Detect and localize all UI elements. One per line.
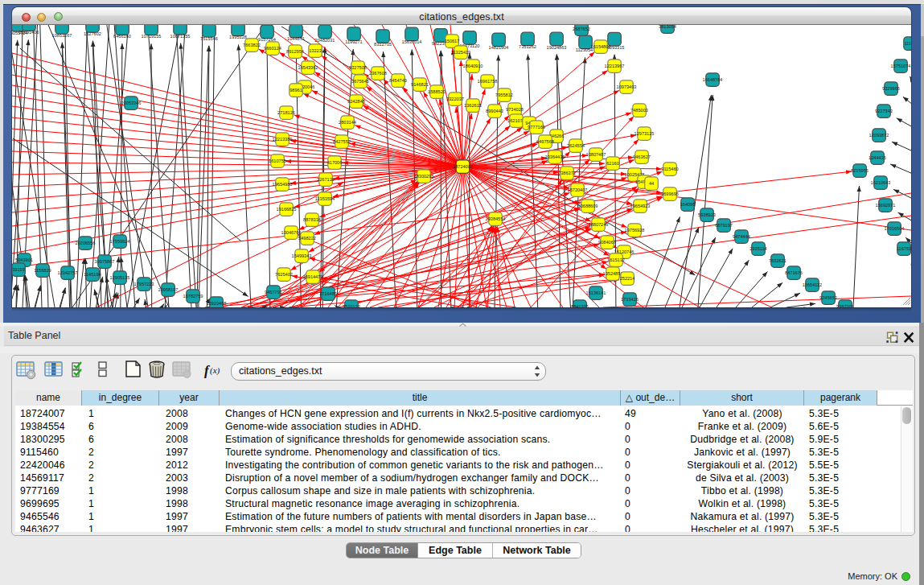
svg-text:9327508: 9327508 <box>349 65 367 70</box>
svg-text:1145194: 1145194 <box>84 272 101 277</box>
svg-text:5043901: 5043901 <box>15 257 33 262</box>
svg-text:19654985: 19654985 <box>273 182 293 187</box>
svg-text:3675645: 3675645 <box>351 79 369 84</box>
svg-text:3267130: 3267130 <box>317 177 335 182</box>
svg-text:9084067: 9084067 <box>598 240 616 245</box>
svg-text:9329966: 9329966 <box>882 86 900 91</box>
svg-text:30975867: 30975867 <box>95 259 115 264</box>
svg-text:9387201: 9387201 <box>836 304 854 307</box>
svg-text:12213389: 12213389 <box>273 137 293 142</box>
svg-text:39159: 39159 <box>12 267 25 272</box>
svg-text:8990443: 8990443 <box>486 109 503 113</box>
svg-text:15720407: 15720407 <box>568 187 588 192</box>
svg-text:62160: 62160 <box>606 161 619 166</box>
svg-text:9245652: 9245652 <box>819 295 837 300</box>
svg-text:10688609: 10688609 <box>578 204 598 208</box>
svg-text:252214: 252214 <box>620 276 635 281</box>
svg-text:98961: 98961 <box>290 88 302 93</box>
svg-text:44: 44 <box>649 181 654 186</box>
svg-text:19654923: 19654923 <box>630 204 651 208</box>
svg-text:9115460: 9115460 <box>661 167 678 171</box>
svg-text:16210643: 16210643 <box>871 180 891 185</box>
svg-text:1935128: 1935128 <box>229 35 247 39</box>
svg-text:164095: 164095 <box>680 202 696 207</box>
svg-text:15136141: 15136141 <box>586 290 606 295</box>
svg-text:3716485: 3716485 <box>319 291 337 296</box>
svg-text:8841205: 8841205 <box>571 304 589 307</box>
svg-text:8454749: 8454749 <box>389 78 407 83</box>
svg-text:11124: 11124 <box>905 41 911 46</box>
svg-text:10719155: 10719155 <box>142 34 162 39</box>
svg-text:12905135: 12905135 <box>110 275 130 280</box>
svg-text:2718126: 2718126 <box>277 110 295 115</box>
svg-text:19384554: 19384554 <box>486 216 506 221</box>
svg-text:5938923: 5938923 <box>698 212 716 217</box>
svg-text:9660124: 9660124 <box>264 46 281 51</box>
svg-text:9227343: 9227343 <box>875 109 893 113</box>
svg-text:1733426: 1733426 <box>621 297 639 302</box>
svg-text:7485003: 7485003 <box>630 108 648 113</box>
svg-text:9520133: 9520133 <box>343 304 360 307</box>
svg-text:1199271: 1199271 <box>345 39 362 44</box>
svg-text:7515546: 7515546 <box>200 36 218 41</box>
svg-text:9242848: 9242848 <box>347 99 365 104</box>
svg-text:1244415: 1244415 <box>869 155 886 160</box>
svg-text:20206556: 20206556 <box>76 241 96 245</box>
svg-text:1044871: 1044871 <box>287 36 305 41</box>
svg-text:8215955: 8215955 <box>851 168 869 173</box>
svg-text:1588520: 1588520 <box>428 89 446 94</box>
svg-text:9777169: 9777169 <box>528 125 545 130</box>
svg-text:15637014: 15637014 <box>402 39 422 44</box>
svg-text:1156829: 1156829 <box>34 268 51 273</box>
svg-text:15499343: 15499343 <box>292 253 312 258</box>
svg-text:9146821: 9146821 <box>411 82 429 87</box>
svg-text:8471676: 8471676 <box>785 270 803 275</box>
svg-text:8427552: 8427552 <box>333 139 351 144</box>
svg-text:6879197: 6879197 <box>715 223 733 228</box>
svg-text:18724007: 18724007 <box>453 164 473 169</box>
svg-text:16782759: 16782759 <box>183 294 203 299</box>
svg-text:17957223: 17957223 <box>134 282 154 286</box>
svg-text:20482031: 20482031 <box>315 38 335 43</box>
svg-text:17016504: 17016504 <box>885 226 905 231</box>
svg-text:10807487: 10807487 <box>586 152 606 157</box>
svg-text:8312705: 8312705 <box>374 42 392 47</box>
svg-text:7386372: 7386372 <box>558 171 576 175</box>
svg-text:1527602: 1527602 <box>84 31 101 36</box>
svg-text:17359924: 17359924 <box>110 239 130 244</box>
svg-text:16154808: 16154808 <box>591 44 611 49</box>
svg-text:2367608: 2367608 <box>369 71 387 76</box>
svg-text:2803144: 2803144 <box>339 120 356 125</box>
svg-text:11353594: 11353594 <box>315 196 335 201</box>
svg-text:18300295: 18300295 <box>414 174 434 179</box>
svg-text:150617: 150617 <box>445 39 460 43</box>
svg-text:8878334: 8878334 <box>303 217 321 222</box>
svg-text:16648784: 16648784 <box>703 77 723 82</box>
svg-text:15751074: 15751074 <box>891 64 911 68</box>
svg-text:(x): (x) <box>210 365 220 376</box>
svg-text:9734028: 9734028 <box>506 107 524 112</box>
svg-text:13223: 13223 <box>309 48 322 53</box>
svg-text:10671355: 10671355 <box>170 34 191 39</box>
svg-text:7632621: 7632621 <box>769 258 786 263</box>
svg-text:12973125: 12973125 <box>634 131 655 136</box>
svg-text:8912954: 8912954 <box>286 49 304 54</box>
svg-text:9474444: 9474444 <box>733 234 750 239</box>
svg-text:6497568: 6497568 <box>536 139 554 144</box>
svg-text:20053346: 20053346 <box>121 101 142 105</box>
svg-text:1610755: 1610755 <box>269 159 286 163</box>
svg-text:12923468: 12923468 <box>207 301 227 306</box>
svg-text:10654112: 10654112 <box>803 282 822 287</box>
svg-text:18640910: 18640910 <box>463 64 483 68</box>
svg-text:11325419: 11325419 <box>451 50 470 55</box>
svg-text:7625402: 7625402 <box>275 272 293 277</box>
svg-text:116753: 116753 <box>897 246 911 251</box>
svg-text:417006: 417006 <box>327 160 343 165</box>
svg-text:10853267: 10853267 <box>52 33 72 38</box>
svg-text:7351262: 7351262 <box>519 44 536 49</box>
svg-text:18807249: 18807249 <box>589 222 609 227</box>
svg-text:9457791: 9457791 <box>265 290 282 295</box>
svg-text:12342757: 12342757 <box>58 270 78 275</box>
svg-text:16543362: 16543362 <box>298 65 318 70</box>
svg-text:6466160: 6466160 <box>113 34 131 39</box>
